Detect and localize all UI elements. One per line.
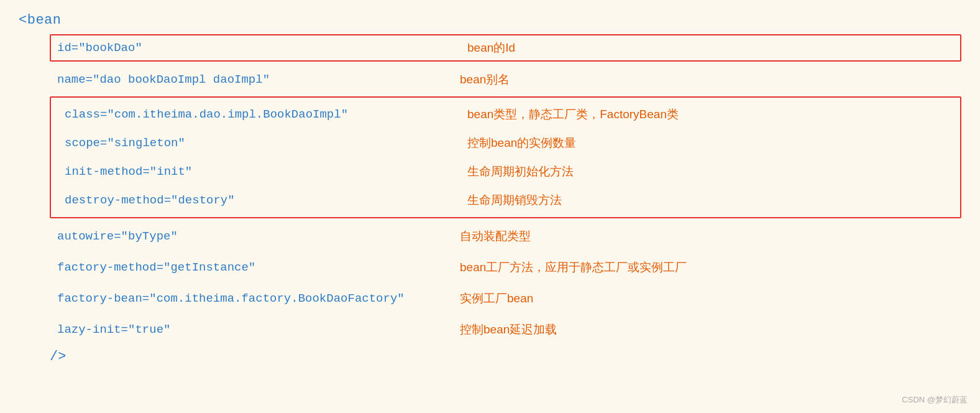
attr-desc-factory-method: bean工厂方法，应用于静态工厂或实例工厂 [435, 259, 687, 276]
attr-code-class: class="com.itheima.dao.impl.BookDaoImpl" [57, 104, 442, 125]
attr-code-factory-method: factory-method="getInstance" [50, 257, 435, 278]
attr-code-id: id="bookDao" [57, 41, 442, 55]
attr-group-boxed: class="com.itheima.dao.impl.BookDaoImpl"… [50, 96, 961, 218]
attr-desc-lazy-init: 控制bean延迟加载 [435, 322, 557, 338]
attr-code-lazy-init: lazy-init="true" [50, 319, 435, 340]
attr-row-lazy-init: lazy-init="true" 控制bean延迟加载 [50, 314, 961, 345]
main-container: <bean id="bookDao" bean的Id name="dao boo… [0, 0, 980, 413]
attr-desc-scope: 控制bean的实例数量 [442, 135, 576, 151]
attr-code-destroy: destroy-method="destory" [57, 190, 442, 211]
attr-row-autowire: autowire="byType" 自动装配类型 [50, 221, 961, 252]
attributes-container: id="bookDao" bean的Id name="dao bookDaoIm… [19, 34, 961, 345]
attr-row-scope: scope="singleton" 控制bean的实例数量 [51, 129, 960, 157]
attr-row-name: name="dao bookDaoImpl daoImpl" bean别名 [50, 64, 961, 95]
attr-row-factory-method: factory-method="getInstance" bean工厂方法，应用… [50, 252, 961, 283]
attr-desc-autowire: 自动装配类型 [435, 228, 531, 244]
attr-desc-class: bean类型，静态工厂类，FactoryBean类 [442, 106, 679, 123]
attr-row-factory-bean: factory-bean="com.itheima.factory.BookDa… [50, 283, 961, 314]
attr-desc-name: bean别名 [435, 72, 510, 88]
bean-closing-tag: /> [19, 349, 961, 364]
attr-code-scope: scope="singleton" [57, 132, 442, 154]
attr-row-class: class="com.itheima.dao.impl.BookDaoImpl"… [51, 100, 960, 129]
attr-code-init: init-method="init" [57, 161, 442, 182]
attr-desc-id: bean的Id [442, 40, 515, 56]
attr-row-id: id="bookDao" bean的Id [50, 34, 961, 62]
attr-row-init: init-method="init" 生命周期初始化方法 [51, 157, 960, 186]
bean-opening-tag: <bean [19, 12, 961, 28]
attr-row-destroy: destroy-method="destory" 生命周期销毁方法 [51, 186, 960, 215]
watermark: CSDN @梦幻蔚蓝 [902, 394, 968, 406]
attr-code-autowire: autowire="byType" [50, 226, 435, 247]
attr-desc-init: 生命周期初始化方法 [442, 164, 574, 180]
attr-desc-destroy: 生命周期销毁方法 [442, 192, 562, 208]
attr-code-name: name="dao bookDaoImpl daoImpl" [50, 69, 435, 90]
attr-desc-factory-bean: 实例工厂bean [435, 290, 533, 307]
attr-code-factory-bean: factory-bean="com.itheima.factory.BookDa… [50, 288, 435, 309]
